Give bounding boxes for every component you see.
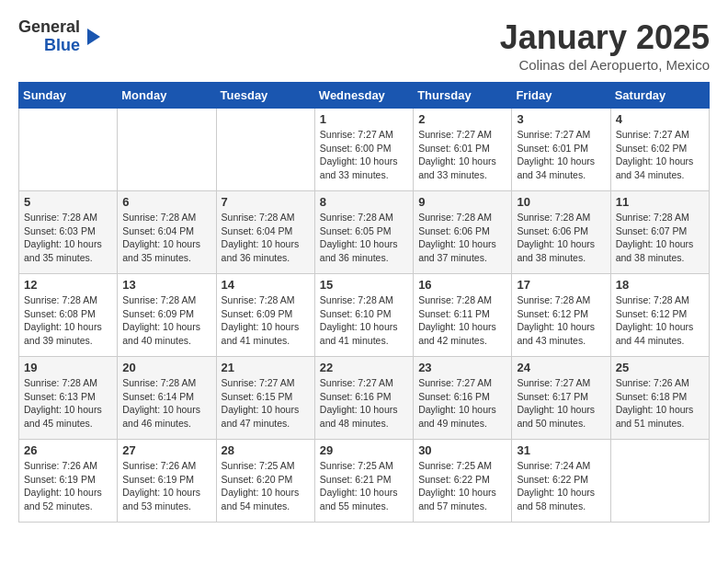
day-info: Sunrise: 7:26 AM Sunset: 6:18 PM Dayligh… bbox=[616, 376, 704, 431]
day-number: 6 bbox=[122, 195, 210, 209]
day-info: Sunrise: 7:28 AM Sunset: 6:11 PM Dayligh… bbox=[418, 293, 506, 348]
calendar-cell: 8Sunrise: 7:28 AM Sunset: 6:05 PM Daylig… bbox=[314, 191, 413, 274]
day-number: 24 bbox=[517, 361, 605, 374]
calendar-cell: 7Sunrise: 7:28 AM Sunset: 6:04 PM Daylig… bbox=[216, 191, 314, 274]
calendar-cell: 17Sunrise: 7:28 AM Sunset: 6:12 PM Dayli… bbox=[512, 274, 610, 357]
calendar-cell: 21Sunrise: 7:27 AM Sunset: 6:15 PM Dayli… bbox=[216, 357, 314, 440]
day-info: Sunrise: 7:28 AM Sunset: 6:14 PM Dayligh… bbox=[122, 376, 210, 431]
calendar-cell: 26Sunrise: 7:26 AM Sunset: 6:19 PM Dayli… bbox=[19, 440, 118, 523]
weekday-header-sunday: Sunday bbox=[19, 83, 118, 109]
day-info: Sunrise: 7:27 AM Sunset: 6:15 PM Dayligh… bbox=[222, 376, 310, 431]
calendar-cell: 20Sunrise: 7:28 AM Sunset: 6:14 PM Dayli… bbox=[118, 357, 216, 440]
day-number: 1 bbox=[320, 112, 408, 126]
calendar-cell: 11Sunrise: 7:28 AM Sunset: 6:07 PM Dayli… bbox=[610, 191, 709, 274]
calendar-cell bbox=[216, 109, 314, 191]
calendar-cell: 16Sunrise: 7:28 AM Sunset: 6:11 PM Dayli… bbox=[414, 274, 512, 357]
day-number: 18 bbox=[616, 278, 704, 292]
day-number: 10 bbox=[517, 195, 605, 209]
day-number: 8 bbox=[320, 195, 408, 209]
day-number: 2 bbox=[418, 112, 506, 126]
weekday-header-thursday: Thursday bbox=[414, 83, 512, 109]
week-row-3: 12Sunrise: 7:28 AM Sunset: 6:08 PM Dayli… bbox=[19, 274, 710, 357]
calendar-cell: 6Sunrise: 7:28 AM Sunset: 6:04 PM Daylig… bbox=[118, 191, 216, 274]
calendar-cell: 5Sunrise: 7:28 AM Sunset: 6:03 PM Daylig… bbox=[19, 191, 118, 274]
title-block: January 2025 Colinas del Aeropuerto, Mex… bbox=[500, 18, 710, 73]
day-info: Sunrise: 7:27 AM Sunset: 6:16 PM Dayligh… bbox=[418, 376, 506, 431]
day-info: Sunrise: 7:28 AM Sunset: 6:06 PM Dayligh… bbox=[517, 211, 605, 265]
weekday-header-wednesday: Wednesday bbox=[314, 83, 413, 109]
day-number: 14 bbox=[222, 278, 310, 292]
day-number: 15 bbox=[320, 278, 408, 292]
week-row-2: 5Sunrise: 7:28 AM Sunset: 6:03 PM Daylig… bbox=[19, 191, 710, 274]
weekday-header-tuesday: Tuesday bbox=[216, 83, 314, 109]
day-info: Sunrise: 7:28 AM Sunset: 6:06 PM Dayligh… bbox=[418, 211, 506, 265]
day-info: Sunrise: 7:26 AM Sunset: 6:19 PM Dayligh… bbox=[24, 459, 112, 513]
day-info: Sunrise: 7:28 AM Sunset: 6:13 PM Dayligh… bbox=[24, 376, 112, 431]
calendar-cell: 15Sunrise: 7:28 AM Sunset: 6:10 PM Dayli… bbox=[314, 274, 413, 357]
weekday-header-friday: Friday bbox=[512, 83, 610, 109]
day-number: 11 bbox=[616, 195, 704, 209]
weekday-header-saturday: Saturday bbox=[610, 83, 709, 109]
day-info: Sunrise: 7:28 AM Sunset: 6:12 PM Dayligh… bbox=[517, 293, 605, 348]
month-title: January 2025 bbox=[500, 18, 710, 57]
calendar-cell bbox=[19, 109, 118, 191]
calendar-cell: 18Sunrise: 7:28 AM Sunset: 6:12 PM Dayli… bbox=[610, 274, 709, 357]
day-info: Sunrise: 7:28 AM Sunset: 6:09 PM Dayligh… bbox=[122, 293, 210, 348]
day-info: Sunrise: 7:27 AM Sunset: 6:02 PM Dayligh… bbox=[616, 128, 704, 182]
day-info: Sunrise: 7:25 AM Sunset: 6:20 PM Dayligh… bbox=[222, 459, 310, 513]
calendar-cell: 24Sunrise: 7:27 AM Sunset: 6:17 PM Dayli… bbox=[512, 357, 610, 440]
day-info: Sunrise: 7:27 AM Sunset: 6:16 PM Dayligh… bbox=[320, 376, 408, 431]
day-number: 16 bbox=[418, 278, 506, 292]
day-number: 20 bbox=[122, 361, 210, 374]
day-info: Sunrise: 7:24 AM Sunset: 6:22 PM Dayligh… bbox=[517, 459, 605, 513]
calendar-cell: 31Sunrise: 7:24 AM Sunset: 6:22 PM Dayli… bbox=[512, 440, 610, 523]
calendar-cell: 29Sunrise: 7:25 AM Sunset: 6:21 PM Dayli… bbox=[314, 440, 413, 523]
week-row-4: 19Sunrise: 7:28 AM Sunset: 6:13 PM Dayli… bbox=[19, 357, 710, 440]
day-info: Sunrise: 7:28 AM Sunset: 6:07 PM Dayligh… bbox=[616, 211, 704, 265]
day-info: Sunrise: 7:28 AM Sunset: 6:10 PM Dayligh… bbox=[320, 293, 408, 348]
calendar-cell: 22Sunrise: 7:27 AM Sunset: 6:16 PM Dayli… bbox=[314, 357, 413, 440]
calendar-cell: 25Sunrise: 7:26 AM Sunset: 6:18 PM Dayli… bbox=[610, 357, 709, 440]
day-info: Sunrise: 7:28 AM Sunset: 6:04 PM Dayligh… bbox=[222, 211, 310, 265]
calendar-cell bbox=[610, 440, 709, 523]
logo: General Blue bbox=[18, 18, 100, 55]
week-row-1: 1Sunrise: 7:27 AM Sunset: 6:00 PM Daylig… bbox=[19, 109, 710, 191]
day-number: 31 bbox=[517, 443, 605, 457]
day-info: Sunrise: 7:27 AM Sunset: 6:00 PM Dayligh… bbox=[320, 128, 408, 182]
day-number: 29 bbox=[320, 443, 408, 457]
day-number: 13 bbox=[122, 278, 210, 292]
day-info: Sunrise: 7:25 AM Sunset: 6:22 PM Dayligh… bbox=[418, 459, 506, 513]
calendar-cell: 10Sunrise: 7:28 AM Sunset: 6:06 PM Dayli… bbox=[512, 191, 610, 274]
day-info: Sunrise: 7:28 AM Sunset: 6:04 PM Dayligh… bbox=[122, 211, 210, 265]
location-subtitle: Colinas del Aeropuerto, Mexico bbox=[500, 57, 710, 73]
calendar-cell: 2Sunrise: 7:27 AM Sunset: 6:01 PM Daylig… bbox=[414, 109, 512, 191]
logo-arrow-icon bbox=[87, 29, 100, 45]
week-row-5: 26Sunrise: 7:26 AM Sunset: 6:19 PM Dayli… bbox=[19, 440, 710, 523]
calendar-cell: 4Sunrise: 7:27 AM Sunset: 6:02 PM Daylig… bbox=[610, 109, 709, 191]
day-info: Sunrise: 7:27 AM Sunset: 6:01 PM Dayligh… bbox=[517, 128, 605, 182]
day-number: 9 bbox=[418, 195, 506, 209]
day-info: Sunrise: 7:28 AM Sunset: 6:09 PM Dayligh… bbox=[222, 293, 310, 348]
calendar-table: SundayMondayTuesdayWednesdayThursdayFrid… bbox=[18, 82, 710, 523]
day-number: 19 bbox=[24, 361, 112, 374]
day-info: Sunrise: 7:28 AM Sunset: 6:12 PM Dayligh… bbox=[616, 293, 704, 348]
day-info: Sunrise: 7:27 AM Sunset: 6:17 PM Dayligh… bbox=[517, 376, 605, 431]
day-number: 23 bbox=[418, 361, 506, 374]
day-number: 27 bbox=[122, 443, 210, 457]
day-number: 7 bbox=[222, 195, 310, 209]
calendar-cell: 1Sunrise: 7:27 AM Sunset: 6:00 PM Daylig… bbox=[314, 109, 413, 191]
calendar-cell: 23Sunrise: 7:27 AM Sunset: 6:16 PM Dayli… bbox=[414, 357, 512, 440]
day-info: Sunrise: 7:26 AM Sunset: 6:19 PM Dayligh… bbox=[122, 459, 210, 513]
calendar-cell: 14Sunrise: 7:28 AM Sunset: 6:09 PM Dayli… bbox=[216, 274, 314, 357]
day-number: 3 bbox=[517, 112, 605, 126]
calendar-cell: 3Sunrise: 7:27 AM Sunset: 6:01 PM Daylig… bbox=[512, 109, 610, 191]
day-number: 28 bbox=[222, 443, 310, 457]
calendar-cell: 28Sunrise: 7:25 AM Sunset: 6:20 PM Dayli… bbox=[216, 440, 314, 523]
day-number: 22 bbox=[320, 361, 408, 374]
weekday-header-row: SundayMondayTuesdayWednesdayThursdayFrid… bbox=[19, 83, 710, 109]
page-header: General Blue January 2025 Colinas del Ae… bbox=[18, 18, 710, 73]
day-number: 30 bbox=[418, 443, 506, 457]
day-number: 26 bbox=[24, 443, 112, 457]
day-info: Sunrise: 7:25 AM Sunset: 6:21 PM Dayligh… bbox=[320, 459, 408, 513]
day-number: 17 bbox=[517, 278, 605, 292]
